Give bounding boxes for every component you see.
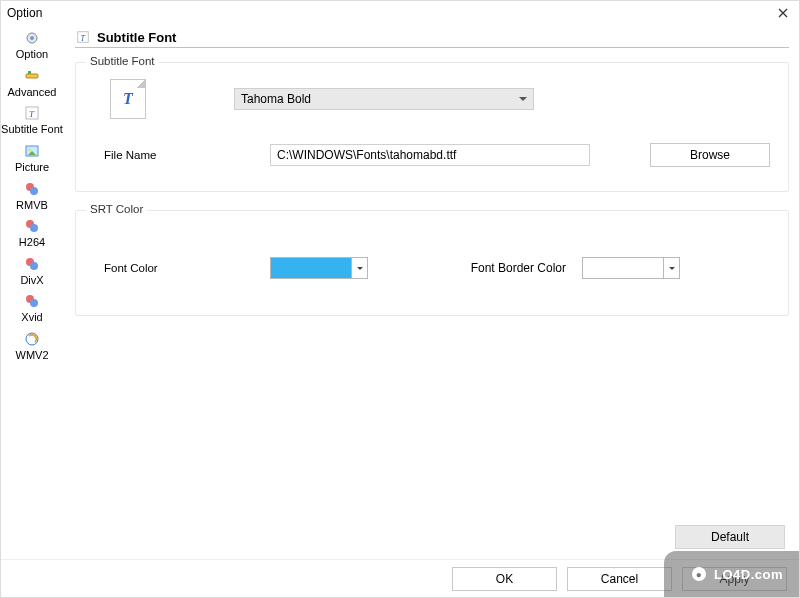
sidebar: Option Advanced T Subtitle Font Picture … [1,25,63,559]
font-name-value: Tahoma Bold [241,92,311,106]
codec-icon [23,180,41,198]
sidebar-item-label: WMV2 [16,349,49,362]
sidebar-item-label: Picture [15,161,49,174]
sidebar-item-advanced[interactable]: Advanced [1,65,63,103]
sidebar-item-wmv2[interactable]: WMV2 [1,328,63,366]
codec-icon [23,292,41,310]
gear-icon [23,29,41,47]
font-color-picker[interactable] [270,257,368,279]
sidebar-item-label: Option [16,48,48,61]
svg-point-11 [30,224,38,232]
sidebar-item-picture[interactable]: Picture [1,140,63,178]
sidebar-item-divx[interactable]: DivX [1,253,63,291]
sidebar-item-subtitle-font[interactable]: T Subtitle Font [1,102,63,140]
apply-button[interactable]: Apply [682,567,787,591]
border-color-label: Font Border Color [432,261,582,275]
svg-point-9 [30,187,38,195]
wmv-icon [23,330,41,348]
page-title: Subtitle Font [97,30,176,45]
file-path-input[interactable] [270,144,590,166]
ok-button[interactable]: OK [452,567,557,591]
svg-text:T: T [80,34,85,43]
font-name-combo[interactable]: Tahoma Bold [234,88,534,110]
svg-point-15 [30,299,38,307]
dialog-footer: OK Cancel Apply [1,559,799,597]
sidebar-item-label: Advanced [8,86,57,99]
content-panel: T Subtitle Font Subtitle Font T Tahoma B… [63,25,799,559]
group-legend: Subtitle Font [86,55,159,67]
page-header: T Subtitle Font [75,29,789,48]
close-icon[interactable] [773,3,793,23]
font-icon: T [75,29,91,45]
window-title: Option [7,6,773,20]
font-color-label: Font Color [94,262,224,274]
sidebar-item-label: H264 [19,236,45,249]
codec-icon [23,255,41,273]
main-area: Option Advanced T Subtitle Font Picture … [1,25,799,559]
truetype-file-icon: T [110,79,146,119]
browse-button[interactable]: Browse [650,143,770,167]
default-button[interactable]: Default [675,525,785,549]
picture-icon [23,142,41,160]
sidebar-item-label: Xvid [21,311,42,324]
sidebar-item-h264[interactable]: H264 [1,215,63,253]
tools-icon [23,67,41,85]
svg-point-1 [30,36,34,40]
group-subtitle-font: Subtitle Font T Tahoma Bold File Name Br… [75,62,789,192]
cancel-button[interactable]: Cancel [567,567,672,591]
sidebar-item-xvid[interactable]: Xvid [1,290,63,328]
titlebar: Option [1,1,799,25]
svg-rect-3 [28,71,31,74]
file-name-label: File Name [94,149,224,161]
sidebar-item-option[interactable]: Option [1,27,63,65]
chevron-down-icon [351,258,367,278]
sidebar-item-label: RMVB [16,199,48,212]
border-color-swatch [583,258,663,278]
group-legend: SRT Color [86,203,147,215]
codec-icon [23,217,41,235]
group-srt-color: SRT Color Font Color Font Border Color [75,210,789,316]
font-icon: T [23,104,41,122]
sidebar-item-label: Subtitle Font [1,123,63,136]
svg-point-7 [29,149,32,152]
svg-rect-2 [26,74,38,78]
sidebar-item-rmvb[interactable]: RMVB [1,178,63,216]
font-color-swatch [271,258,351,278]
svg-point-13 [30,262,38,270]
chevron-down-icon [663,258,679,278]
border-color-picker[interactable] [582,257,680,279]
chevron-down-icon [519,97,527,101]
sidebar-item-label: DivX [20,274,43,287]
